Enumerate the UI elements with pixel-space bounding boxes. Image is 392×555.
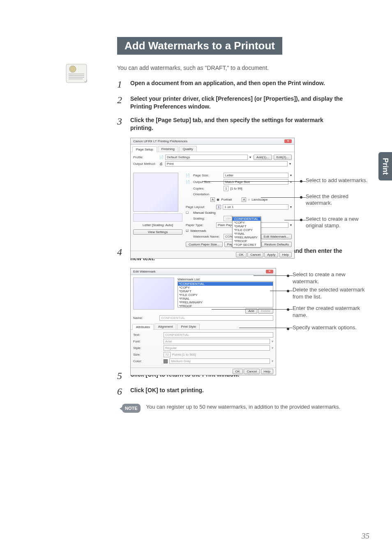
cancel-button[interactable]: Cancel xyxy=(247,252,263,257)
tab-quality[interactable]: Quality xyxy=(179,146,197,152)
scaling-input: 100 xyxy=(224,216,232,221)
dialog-title: Edit Watermark xyxy=(133,270,156,273)
tab-alignment[interactable]: Alignment xyxy=(154,324,177,329)
orientation-label: Orientation xyxy=(193,192,222,196)
font-label: Font: xyxy=(133,340,162,343)
step-num: 2 xyxy=(117,95,125,105)
dropdown-item[interactable]: *PRELIMINARY xyxy=(233,236,261,239)
color-select[interactable]: Medium Gray xyxy=(169,358,270,364)
copies-input[interactable]: 1 xyxy=(224,186,228,191)
orientation-landscape[interactable]: Landscape xyxy=(251,198,267,201)
screenshot-printing-prefs: Canon UFRII LT Printing Preferences ✕ Pa… xyxy=(130,138,360,240)
dropdown-item[interactable]: *PROOF xyxy=(233,239,261,243)
view-settings-button[interactable]: View Settings xyxy=(133,229,182,235)
text-input[interactable]: CONFIDENTIAL xyxy=(164,332,273,338)
list-item[interactable]: *FINAL xyxy=(178,297,273,301)
tab-attributes[interactable]: Attributes xyxy=(132,324,154,330)
custom-paper-button[interactable]: Custom Paper Size... xyxy=(186,242,223,247)
size-range: Points [1 to 500] xyxy=(172,353,196,356)
output-method-select[interactable]: Print xyxy=(165,161,288,166)
watermark-dropdown[interactable]: CONFIDENTIAL *COPY *DRAFT *FILE COPY *FI… xyxy=(232,216,261,247)
callout: Select to add watermarks. xyxy=(306,177,371,184)
style-select[interactable]: Regular xyxy=(164,345,270,351)
restore-defaults-button[interactable]: Restore Defaults xyxy=(261,242,292,247)
page-preview xyxy=(133,173,178,212)
color-label: Color: xyxy=(133,359,162,363)
step-num: 3 xyxy=(117,116,125,126)
tray-preview xyxy=(133,213,182,222)
cancel-button[interactable]: Cancel xyxy=(244,369,260,374)
watermark-thumb-icon xyxy=(64,62,92,86)
dialog-title-bar: Edit Watermark ✕ xyxy=(131,268,276,275)
step-2: 2 Select your printer driver, click [Pre… xyxy=(117,95,347,111)
edit-watermark-button[interactable]: Edit Watermark... xyxy=(261,234,292,239)
font-select[interactable]: Arial xyxy=(164,339,270,344)
tab-page-setup[interactable]: Page Setup xyxy=(132,146,157,152)
svg-rect-0 xyxy=(66,64,87,83)
size-input[interactable]: 72 xyxy=(164,352,171,357)
note-box: NOTE You can register up to 50 new water… xyxy=(122,404,347,413)
tabs: Page Setup Finishing Quality xyxy=(131,145,294,152)
list-item[interactable]: *PRELIMINARY xyxy=(178,301,273,304)
step-3: 3 Click the [Page Setup] tab, and then s… xyxy=(117,116,347,132)
step-num: 6 xyxy=(117,386,125,396)
list-item[interactable]: *FILE COPY xyxy=(178,293,273,297)
dropdown-item[interactable]: *DRAFT xyxy=(233,224,261,228)
dropdown-item[interactable]: *FILE COPY xyxy=(233,228,261,232)
style-label: Style: xyxy=(133,346,162,350)
copies-label: Copies: xyxy=(193,187,222,190)
callout: Specify watermark options. xyxy=(293,324,371,331)
step-text: Open a document from an application, and… xyxy=(130,79,347,87)
tab-print-style[interactable]: Print Style xyxy=(177,324,199,329)
manual-scaling-check[interactable]: Manual Scaling xyxy=(193,211,216,215)
profile-label: Profile: xyxy=(133,155,158,159)
watermark-list[interactable]: *CONFIDENTIAL *COPY *DRAFT *FILE COPY *F… xyxy=(178,281,273,308)
callout: Delete the selected watermark from the l… xyxy=(293,287,371,301)
dropdown-item[interactable]: *COPY xyxy=(233,221,261,224)
add-button[interactable]: Add(1)... xyxy=(254,155,272,160)
dialog-title: Canon UFRII LT Printing Preferences xyxy=(133,139,187,143)
edit-button[interactable]: Edit(2)... xyxy=(274,155,292,160)
list-item[interactable]: *COPY xyxy=(178,286,273,289)
output-size-select[interactable]: Match Page Size xyxy=(224,179,288,185)
close-icon[interactable]: ✕ xyxy=(284,139,292,143)
page-layout-select[interactable]: 1 on 1 xyxy=(223,204,288,210)
step-1: 1 Open a document from an application, a… xyxy=(117,79,347,89)
list-item[interactable]: *CONFIDENTIAL xyxy=(178,282,273,286)
list-item[interactable]: *DRAFT xyxy=(178,289,273,293)
close-icon[interactable]: ✕ xyxy=(266,270,273,273)
output-method-label: Output Method: xyxy=(133,162,158,166)
help-button[interactable]: Help xyxy=(261,369,273,374)
preview-box xyxy=(133,278,174,310)
apply-button[interactable]: Apply xyxy=(264,252,278,257)
help-button[interactable]: Help xyxy=(279,252,292,257)
watermark-name-label: Watermark Name: xyxy=(193,235,222,238)
scaling-label: Scaling: xyxy=(193,217,222,220)
size-label: Size: xyxy=(133,353,162,356)
step-num: 5 xyxy=(117,371,125,381)
dropdown-item[interactable]: *TOP SECRET xyxy=(233,243,261,247)
text-label: Text: xyxy=(133,333,162,337)
callout: Enter the created watermark name. xyxy=(293,305,375,319)
output-size-label: Output Size: xyxy=(193,180,222,184)
orientation-portrait[interactable]: Portrait xyxy=(221,198,232,201)
step-text: Select your printer driver, click [Prefe… xyxy=(130,95,347,111)
dropdown-item[interactable]: CONFIDENTIAL xyxy=(233,217,261,221)
step-num: 1 xyxy=(117,79,125,89)
ok-button[interactable]: OK xyxy=(233,369,243,374)
page-layout-label: Page Layout: xyxy=(186,205,214,209)
dialog-title-bar: Canon UFRII LT Printing Preferences ✕ xyxy=(131,138,294,145)
callout: Select the desired watermark. xyxy=(306,193,371,207)
tab-finishing[interactable]: Finishing xyxy=(158,146,178,152)
page-size-label: Page Size: xyxy=(193,173,222,177)
name-input[interactable]: CONFIDENTIAL xyxy=(159,315,273,321)
callout: Select to create a new original stamp. xyxy=(306,216,371,230)
page-size-select[interactable]: Letter xyxy=(224,173,288,178)
dropdown-item[interactable]: *FINAL xyxy=(233,232,261,236)
list-item[interactable]: *PROOF xyxy=(178,304,273,308)
ok-button[interactable]: OK xyxy=(236,252,247,257)
step-6: 6 Click [OK] to start printing. xyxy=(117,386,347,396)
watermark-check[interactable]: Watermark xyxy=(190,229,206,233)
paper-type-label: Paper Type: xyxy=(186,223,214,227)
profile-select[interactable]: Default Settings xyxy=(165,155,248,160)
